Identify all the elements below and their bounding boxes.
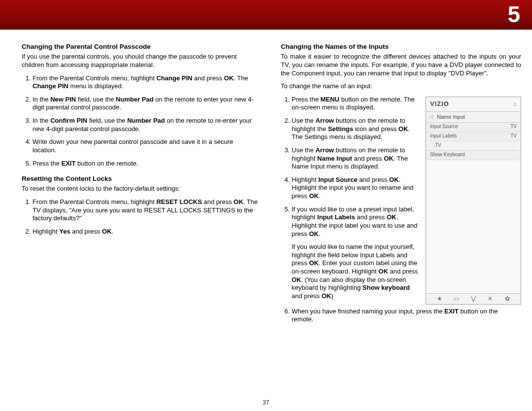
star-icon: ★ bbox=[436, 295, 443, 303]
list-item: Press the EXIT button on the remote. bbox=[33, 160, 258, 168]
osd-menu-title: Name Input bbox=[437, 113, 465, 120]
intro-paragraph: If you use the parental controls, you sh… bbox=[22, 53, 258, 69]
intro-paragraph: To reset the content locks to the factor… bbox=[22, 185, 258, 193]
close-icon: ✕ bbox=[487, 295, 494, 303]
osd-titlebar: VIZIO ⌂ bbox=[426, 97, 521, 112]
page-number: 37 bbox=[0, 399, 532, 406]
row-label: Input Labels bbox=[430, 133, 457, 139]
input-name-steps: Press the MENU button on the remote. The… bbox=[292, 96, 420, 301]
osd-footer: ★ ▭ ⋁ ✕ ✿ bbox=[426, 293, 521, 304]
input-name-steps-cont: When you have finished naming your input… bbox=[292, 308, 521, 324]
gear-icon: ✿ bbox=[504, 295, 511, 303]
section-heading: Changing the Parental Control Passcode bbox=[22, 42, 258, 51]
wide-icon: ▭ bbox=[453, 295, 460, 303]
list-item: Use the Arrow buttons on the remote to h… bbox=[292, 146, 420, 171]
list-item: If you would like to use a preset input … bbox=[292, 206, 420, 301]
reset-steps: From the Parental Controls menu, highlig… bbox=[33, 198, 258, 236]
row-label: Input Source bbox=[430, 124, 458, 130]
intro-paragraph: To make it easier to recognize the diffe… bbox=[281, 53, 521, 77]
osd-breadcrumb: ◁ Name Input bbox=[426, 112, 521, 123]
list-item: From the Parental Controls menu, highlig… bbox=[33, 198, 258, 223]
section-heading: Resetting the Content Locks bbox=[22, 174, 258, 183]
page-content: Changing the Parental Control Passcode I… bbox=[0, 30, 532, 331]
row-value: TV bbox=[435, 142, 441, 149]
list-item: Write down your new parental control pas… bbox=[33, 138, 258, 154]
chapter-header-bar: 5 bbox=[0, 0, 532, 30]
back-arrow-icon: ◁ bbox=[429, 114, 433, 120]
left-column: Changing the Parental Control Passcode I… bbox=[22, 42, 258, 331]
list-item: Press the MENU button on the remote. The… bbox=[292, 96, 420, 112]
right-text-block: Press the MENU button on the remote. The… bbox=[281, 96, 420, 308]
vizio-logo: VIZIO bbox=[430, 100, 449, 108]
osd-menu-panel: VIZIO ⌂ ◁ Name Input Input Source TV Inp… bbox=[426, 97, 521, 305]
chapter-number: 5 bbox=[507, 1, 520, 28]
osd-row-input-source: Input Source TV bbox=[426, 123, 521, 132]
list-item: When you have finished naming your input… bbox=[292, 308, 521, 324]
section-heading: Changing the Names of the Inputs bbox=[281, 42, 521, 51]
right-column: Changing the Names of the Inputs To make… bbox=[281, 42, 521, 331]
list-item: In the Confirm PIN field, use the Number… bbox=[33, 117, 258, 133]
osd-row-custom-field: TV bbox=[426, 141, 521, 151]
v-icon: ⋁ bbox=[470, 295, 477, 303]
list-item: From the Parental Controls menu, highlig… bbox=[33, 74, 258, 91]
passcode-steps: From the Parental Controls menu, highlig… bbox=[33, 74, 258, 168]
row-value: TV bbox=[510, 133, 517, 139]
list-item: Highlight Input Source and press OK. Hig… bbox=[292, 176, 420, 201]
row-label: Show Keyboard bbox=[430, 152, 465, 158]
osd-row-show-keyboard: Show Keyboard bbox=[426, 151, 521, 160]
list-item: Highlight Yes and press OK. bbox=[33, 228, 258, 236]
list-item: In the New PIN field, use the Number Pad… bbox=[33, 96, 258, 112]
home-icon: ⌂ bbox=[513, 101, 517, 108]
list-item-sub: If you would like to name the input your… bbox=[292, 243, 420, 300]
list-item: Use the Arrow buttons on the remote to h… bbox=[292, 117, 420, 141]
lead-in: To change the name of an input: bbox=[281, 82, 521, 91]
osd-row-input-labels: Input Labels TV bbox=[426, 132, 521, 141]
row-value: TV bbox=[510, 124, 517, 130]
osd-empty-area bbox=[426, 160, 521, 293]
right-flex-wrap: Press the MENU button on the remote. The… bbox=[281, 96, 521, 308]
